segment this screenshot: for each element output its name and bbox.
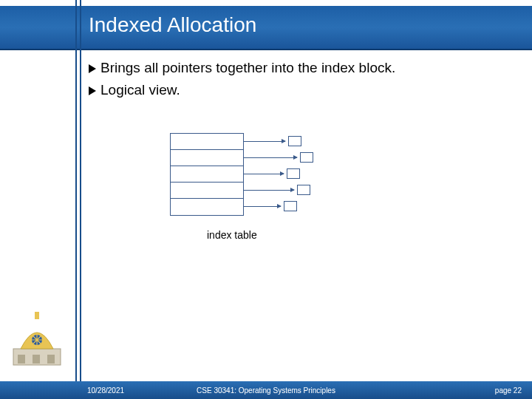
svg-marker-1 [89,86,96,95]
bullet-text: Brings all pointers together into the in… [100,59,395,77]
page-title: Indexed Allocation [89,13,256,37]
arrow-icon [244,141,285,142]
arrow-icon [244,206,281,207]
data-block [284,201,297,211]
bullet-item: Brings all pointers together into the in… [89,59,517,77]
index-row [171,199,243,215]
data-block [297,185,310,195]
bullet-item: Logical view. [89,81,517,99]
data-block [287,168,300,179]
arrow-icon [244,157,297,158]
index-row [171,150,243,166]
sidebar-rule-2 [80,0,81,399]
dome-logo [7,303,66,369]
svg-rect-5 [47,355,55,364]
svg-rect-3 [18,355,25,364]
svg-rect-4 [33,355,40,364]
data-block [288,136,301,146]
diagram-label: index table [207,229,257,241]
arrow-icon [244,190,294,191]
play-bullet-icon [89,63,96,76]
index-row [171,134,243,150]
body-area: Brings all pointers together into the in… [89,59,517,103]
index-table [170,133,244,216]
index-row [171,166,243,183]
index-diagram: index table [170,126,347,251]
svg-rect-6 [35,312,39,319]
play-bullet-icon [89,85,96,98]
sidebar-rule-1 [75,0,77,399]
arrow-icon [244,174,284,174]
data-block [300,152,313,163]
bullet-text: Logical view. [100,81,180,99]
svg-marker-0 [89,64,96,73]
index-row [171,183,243,199]
footer-course: CSE 30341: Operating Systems Principles [0,386,532,395]
footer-page: page 22 [495,386,522,395]
